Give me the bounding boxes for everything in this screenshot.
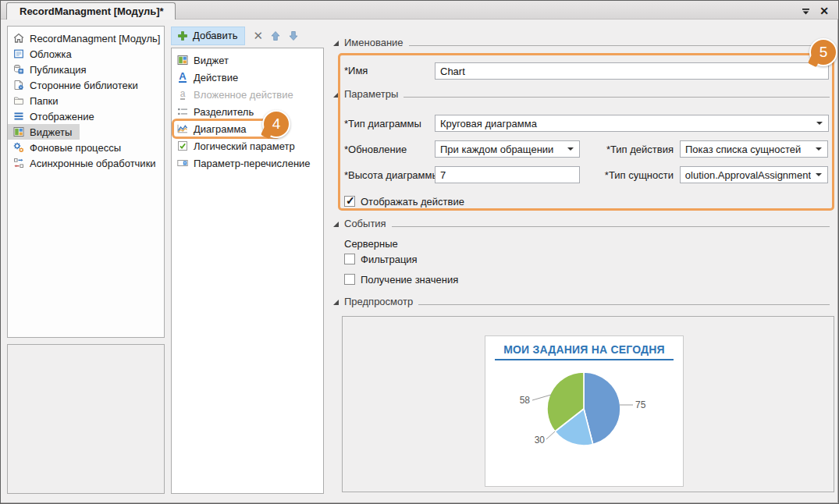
section-naming-title: Именование [344, 36, 404, 49]
widgets-icon [12, 126, 25, 138]
module-nav-list: RecordManagment [Модуль]ОбложкаПубликаци… [8, 30, 164, 171]
widget-preview-area: МОИ ЗАДАНИЯ НА СЕГОДНЯ 75 58 30 [342, 316, 834, 492]
close-icon[interactable]: ✕ [818, 5, 830, 17]
widget-items-list: ВиджетAДействиеaВложенное действиеРаздел… [171, 48, 324, 494]
nested-action-icon: a [176, 88, 189, 101]
event-checkbox-1[interactable] [344, 274, 355, 285]
server-events-group-label: Серверные [344, 238, 398, 250]
section-rule [418, 304, 830, 305]
section-rule [404, 97, 830, 98]
sidebar-item[interactable]: RecordManagment [Модуль] [8, 30, 165, 46]
show-action-label: Отображать действие [361, 196, 464, 208]
properties-panel: Именование 5 *Имя Параметры *Тип диаграм… [329, 20, 836, 500]
sidebar-item[interactable]: Публикация [8, 62, 94, 77]
event-checkbox-0[interactable] [344, 254, 355, 264]
refresh-label: *Обновление [344, 144, 407, 156]
window-position-icon[interactable] [799, 5, 812, 17]
event-filtering-label: Фильтрация [361, 254, 418, 266]
chart-type-label: *Тип диаграммы [344, 118, 421, 130]
sidebar-item-label: Фоновые процессы [30, 142, 121, 154]
entity-type-dropdown[interactable]: ntSolution.ApprovalAssignment [680, 166, 828, 183]
section-rule [409, 45, 830, 46]
module-editor-window: RecordManagment [Модуль]* ✕ RecordManagm… [0, 0, 839, 504]
add-button[interactable]: Добавить [171, 27, 245, 45]
home-icon [12, 32, 25, 44]
action-type-dropdown[interactable]: Показ списка сущностей [680, 140, 828, 158]
chart-icon [176, 122, 189, 135]
name-input[interactable] [435, 62, 829, 80]
name-field-label: *Имя [344, 65, 368, 77]
chart-height-input[interactable] [435, 166, 580, 183]
pie-chart: 75 58 30 [485, 360, 683, 477]
sidebar-item[interactable]: Виджеты [8, 124, 80, 140]
list-item-label: Вложенное действие [194, 89, 293, 101]
section-naming[interactable]: Именование [333, 35, 830, 49]
list-item[interactable]: Разделитель [172, 103, 323, 120]
section-params[interactable]: Параметры [333, 87, 830, 101]
titlebar: RecordManagment [Модуль]* ✕ [1, 1, 838, 20]
chart-type-dropdown[interactable]: Круговая диаграмма [435, 115, 829, 132]
sidebar-item[interactable]: Обложка [8, 46, 80, 62]
list-item-label: Логический параметр [194, 140, 295, 152]
list-item-label: Разделитель [194, 106, 254, 118]
plus-icon [176, 30, 189, 42]
sidebar-item-label: Папки [30, 95, 59, 107]
entity-type-value: ntSolution.ApprovalAssignment [685, 169, 811, 181]
show-action-checkbox[interactable] [344, 196, 355, 207]
pie-label-blue: 75 [635, 399, 646, 410]
step-badge-4: 4 [262, 110, 290, 138]
chart-type-value: Круговая диаграмма [440, 118, 812, 130]
sidebar-item[interactable]: Асинхронные обработчики [8, 155, 164, 171]
background-processes-icon [12, 141, 25, 154]
sidebar-item-label: Виджеты [30, 126, 72, 138]
sidebar-item-label: Отображение [30, 111, 94, 122]
step-badge-5: 5 [809, 38, 837, 66]
sidebar-item[interactable]: Отображение [8, 108, 102, 124]
collapse-arrow-icon[interactable] [333, 300, 339, 305]
add-button-label: Добавить [193, 30, 237, 41]
collapse-arrow-icon[interactable] [333, 41, 339, 46]
document-tab[interactable]: RecordManagment [Модуль]* [6, 2, 176, 20]
separator-icon [176, 105, 189, 118]
list-item-label: Параметр-перечисление [194, 158, 311, 169]
action-type-label: *Тип действия [586, 144, 674, 156]
list-item[interactable]: Диаграмма4 [172, 120, 323, 137]
document-tab-title: RecordManagment [Модуль]* [20, 5, 164, 17]
action-icon: A [176, 71, 189, 83]
list-item[interactable]: Логический параметр [172, 137, 323, 154]
entity-type-label: *Тип сущности [586, 169, 674, 182]
pie-label-lightblue: 30 [535, 435, 546, 445]
collapse-arrow-icon[interactable] [333, 92, 339, 98]
sidebar-item-label: Асинхронные обработчики [30, 158, 156, 169]
list-item[interactable]: AДействие [172, 69, 323, 86]
list-toolbar: Добавить ✕ [171, 26, 324, 45]
section-preview-title: Предпросмотр [344, 295, 413, 308]
list-item[interactable]: Виджет [172, 51, 323, 69]
refresh-dropdown[interactable]: При каждом обращении [435, 140, 580, 158]
enum-param-icon [176, 157, 189, 169]
chart-title: МОИ ЗАДАНИЯ НА СЕГОДНЯ [495, 343, 674, 356]
section-events[interactable]: События [333, 216, 830, 230]
sidebar-item[interactable]: Сторонние библиотеки [8, 77, 146, 93]
sidebar-item[interactable]: Папки [8, 93, 66, 108]
widget-icon [176, 54, 189, 66]
action-type-value: Показ списка сущностей [685, 144, 811, 155]
cover-icon [12, 48, 25, 60]
move-up-icon[interactable] [270, 30, 281, 41]
async-handlers-icon [12, 157, 25, 169]
list-item-label: Действие [194, 72, 238, 83]
widget-items: ВиджетAДействиеaВложенное действиеРаздел… [172, 51, 323, 172]
sidebar-item[interactable]: Фоновые процессы [8, 140, 129, 155]
move-down-icon[interactable] [288, 30, 299, 41]
refresh-value: При каждом обращении [440, 144, 563, 155]
section-preview[interactable]: Предпросмотр [333, 294, 830, 308]
sidebar-item-label: RecordManagment [Модуль] [30, 33, 160, 44]
collapse-arrow-icon[interactable] [333, 222, 339, 227]
list-item[interactable]: Параметр-перечисление [172, 154, 323, 172]
delete-icon[interactable]: ✕ [253, 30, 263, 41]
section-params-title: Параметры [344, 87, 398, 101]
chart-height-label: *Высота диаграммы [344, 169, 439, 182]
pie-slices [547, 372, 620, 445]
list-item[interactable]: aВложенное действие [172, 86, 323, 103]
boolean-param-icon [176, 140, 189, 152]
